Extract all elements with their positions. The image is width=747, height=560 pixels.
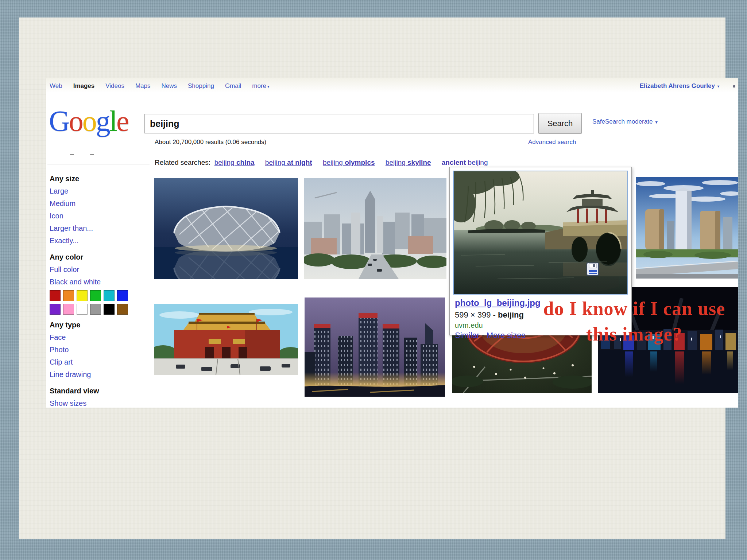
chevron-down-icon: ▾ [717, 84, 719, 88]
sidebar-filters: Any size Large Medium Icon Larger than..… [50, 168, 149, 409]
safesearch-dropdown[interactable]: SafeSearch moderate ▼ [592, 118, 658, 125]
birds-nest-image [154, 178, 298, 279]
nav-item-more[interactable]: more▾ [252, 82, 269, 90]
filter-full-color[interactable]: Full color [50, 263, 149, 276]
sidebar-dash [90, 154, 94, 155]
logo-letter: g [96, 105, 109, 137]
result-thumbnail-cbd-night[interactable] [305, 298, 445, 397]
logo-letter: o [69, 105, 82, 137]
logo-letter: l [109, 105, 116, 137]
color-swatch-pink[interactable] [63, 304, 74, 315]
save-image-icon[interactable] [587, 262, 599, 276]
filter-line-drawing[interactable]: Line drawing [50, 368, 149, 381]
related-link-at-night[interactable]: beijing at night [265, 159, 312, 166]
result-thumbnail-birds-nest-dusk[interactable] [154, 178, 298, 279]
related-link-china[interactable]: beijing china [214, 159, 255, 166]
nav-item-maps[interactable]: Maps [135, 82, 151, 90]
downtown-day-image [304, 178, 446, 279]
filter-large[interactable]: Large [50, 185, 149, 197]
advanced-search-link[interactable]: Advanced search [528, 139, 576, 146]
result-thumbnail-downtown-day[interactable] [304, 178, 446, 279]
preview-source-domain: uvm.edu [455, 321, 483, 330]
nav-links: Web Images Videos Maps News Shopping Gma… [50, 78, 270, 94]
related-link-skyline[interactable]: beijing skyline [386, 159, 431, 166]
sidebar-divider [47, 164, 150, 164]
filter-clip-art[interactable]: Clip art [50, 356, 149, 368]
search-input[interactable] [144, 114, 534, 133]
image-preview-popup: photo_lg_beijing.jpg 599 × 399 - beijing… [449, 167, 632, 335]
result-thumbnail-tiananmen[interactable] [154, 304, 298, 375]
filter-any-size: Any size [50, 172, 149, 185]
summer-palace-bridge-image [454, 171, 627, 294]
related-searches: Related searches: beijing china beijing … [155, 159, 497, 167]
related-label: Related searches: [155, 159, 210, 166]
preview-dimensions: 599 × 399 - beijing [455, 310, 524, 320]
slide-mat: Web Images Videos Maps News Shopping Gma… [19, 18, 725, 539]
logo-letter: e [116, 105, 128, 137]
related-link-olympics[interactable]: beijing olympics [323, 159, 375, 166]
similar-link[interactable]: Similar [455, 331, 479, 340]
preview-links: Similar - More sizes [455, 331, 525, 340]
chevron-down-icon: ▾ [267, 84, 270, 89]
filter-black-white[interactable]: Black and white [50, 276, 149, 288]
logo-letter: o [82, 105, 96, 137]
nav-item-videos[interactable]: Videos [105, 82, 124, 90]
logo-letter: G [49, 105, 69, 137]
color-swatch-black[interactable] [104, 304, 115, 315]
top-navigation-bar: Web Images Videos Maps News Shopping Gma… [46, 78, 738, 94]
results-stats: About 20,700,000 results (0.06 seconds) [155, 139, 266, 146]
tiananmen-image [154, 304, 298, 375]
color-swatch-orange[interactable] [63, 290, 74, 301]
nav-item-web[interactable]: Web [50, 82, 62, 90]
result-thumbnail-cbd-render[interactable] [636, 177, 738, 279]
account-menu[interactable]: Elizabeth Ahrens Gourley ▾ [640, 78, 719, 94]
filter-face[interactable]: Face [50, 331, 149, 343]
color-swatch-white[interactable] [77, 304, 88, 315]
color-swatch-yellow[interactable] [77, 290, 88, 301]
slide-frame: Web Images Videos Maps News Shopping Gma… [0, 0, 747, 560]
filter-larger-than[interactable]: Larger than... [50, 222, 149, 234]
filter-medium[interactable]: Medium [50, 197, 149, 210]
color-swatch-gray[interactable] [90, 304, 101, 315]
color-swatch-red[interactable] [50, 290, 61, 301]
sidebar-dash [70, 154, 74, 155]
filter-exactly[interactable]: Exactly... [50, 234, 149, 247]
filter-icon[interactable]: Icon [50, 210, 149, 222]
cbd-night-image [305, 298, 445, 397]
color-swatch-green[interactable] [90, 290, 101, 301]
filter-any-type: Any type [50, 319, 149, 331]
view-standard: Standard view [50, 385, 149, 397]
color-swatch-brown[interactable] [117, 304, 128, 315]
color-swatch-blue[interactable] [117, 290, 128, 301]
preview-filename-link[interactable]: photo_lg_beijing.jpg [455, 298, 541, 308]
color-swatch-teal[interactable] [104, 290, 115, 301]
filter-any-color: Any color [50, 251, 149, 263]
more-sizes-link[interactable]: More sizes [487, 331, 525, 340]
search-button[interactable]: Search [538, 113, 582, 134]
related-link-ancient[interactable]: ancient beijing [442, 159, 488, 166]
nav-item-shopping[interactable]: Shopping [188, 82, 214, 90]
preview-image[interactable] [453, 171, 628, 295]
cbd-render-image [636, 177, 738, 279]
chevron-down-icon: ▼ [654, 120, 658, 124]
nav-item-images[interactable]: Images [73, 82, 95, 90]
google-logo[interactable]: Google [49, 104, 128, 138]
color-swatch-grid [50, 290, 149, 315]
safesearch-label: SafeSearch moderate [592, 118, 653, 125]
nav-item-news[interactable]: News [162, 82, 177, 90]
color-swatch-purple[interactable] [50, 304, 61, 315]
view-show-sizes[interactable]: Show sizes [50, 397, 149, 409]
nav-separator [727, 82, 727, 90]
account-name: Elizabeth Ahrens Gourley [640, 82, 715, 90]
google-images-page: Web Images Videos Maps News Shopping Gma… [46, 78, 738, 408]
truncated-icon [733, 85, 735, 88]
nav-more-label: more [252, 82, 266, 89]
filter-photo[interactable]: Photo [50, 343, 149, 356]
nav-item-gmail[interactable]: Gmail [225, 82, 241, 90]
